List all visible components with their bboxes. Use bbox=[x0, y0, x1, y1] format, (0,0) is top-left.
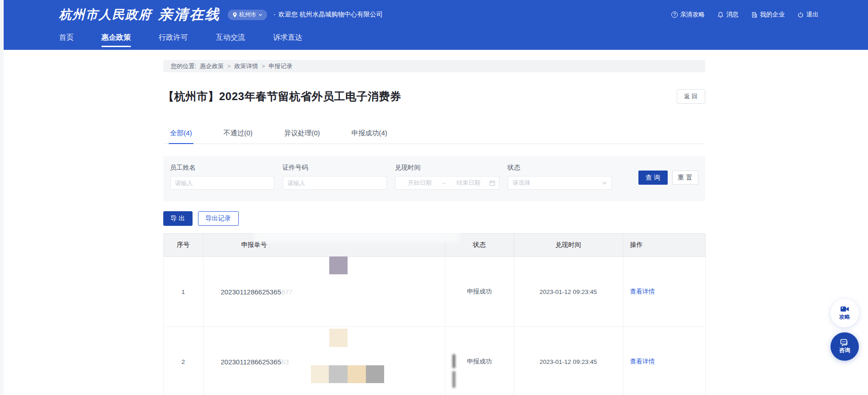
status-select[interactable]: 请选择 bbox=[508, 176, 612, 190]
row-redeem-time: 2023-01-12 09:23:45 bbox=[514, 257, 623, 327]
top-header: 杭州市人民政府 亲清在线 杭州市 · 欢迎您 杭州水晶城购物中心有限公司 ? 亲… bbox=[0, 0, 868, 29]
gov-logo-text: 杭州市人民政府 bbox=[59, 6, 152, 23]
export-button[interactable]: 导 出 bbox=[163, 211, 193, 226]
status-field: 状态 请选择 bbox=[508, 164, 612, 201]
order-no-faded: 63 bbox=[281, 358, 289, 366]
col-header-redeem-time: 兑现时间 bbox=[514, 234, 623, 257]
status-select-placeholder: 请选择 bbox=[513, 179, 530, 187]
export-records-button[interactable]: 导出记录 bbox=[198, 211, 239, 226]
page-left-edge bbox=[0, 0, 4, 395]
row-order-no: 2023011286625365677 bbox=[203, 257, 445, 327]
search-button[interactable]: 查 询 bbox=[638, 171, 668, 185]
status-label: 状态 bbox=[508, 164, 612, 172]
breadcrumb-item-policies[interactable]: 惠企政策 bbox=[200, 62, 224, 70]
order-no-faded: 677 bbox=[281, 288, 293, 296]
table-row: 1 2023011286625365677 申报成功 2023-01-12 09… bbox=[163, 257, 705, 327]
tab-dispute[interactable]: 异议处理(0) bbox=[283, 129, 321, 144]
nav-item-interaction[interactable]: 互动交流 bbox=[216, 33, 245, 46]
breadcrumb-item-records: 申报记录 bbox=[268, 62, 292, 70]
start-date-placeholder[interactable]: 开始日期 bbox=[399, 179, 441, 187]
messages-link[interactable]: 消息 bbox=[717, 11, 739, 19]
filter-actions: 查 询 重 置 bbox=[638, 164, 698, 201]
calendar-icon bbox=[489, 180, 495, 186]
nav-item-home[interactable]: 首页 bbox=[59, 33, 74, 46]
table-header-row: 序号 申报单号 状态 兑现时间 操作 bbox=[163, 234, 705, 257]
main-nav: 首页 惠企政策 行政许可 互动交流 诉求直达 bbox=[0, 29, 868, 50]
records-table: 序号 申报单号 状态 兑现时间 操作 1 2023011286625365677… bbox=[163, 233, 706, 395]
col-header-order-no: 申报单号 bbox=[203, 234, 445, 257]
nav-item-licensing[interactable]: 行政许可 bbox=[159, 33, 188, 46]
welcome-text: 欢迎您 杭州水晶城购物中心有限公司 bbox=[279, 11, 383, 19]
row-order-no: 202301128662536563 bbox=[203, 327, 445, 395]
main-content: 您的位置: 惠企政策 > 政策详情 > 申报记录 【杭州市】2023年春节留杭省… bbox=[163, 60, 705, 395]
bell-icon bbox=[717, 11, 724, 18]
order-no-clear: 2023011286625365 bbox=[221, 358, 281, 366]
view-detail-link[interactable]: 查看详情 bbox=[630, 358, 655, 365]
building-icon bbox=[751, 11, 758, 18]
row-redeem-time: 2023-01-12 09:23:45 bbox=[514, 327, 623, 395]
logout-link[interactable]: 退出 bbox=[797, 11, 819, 19]
status-tabs: 全部(4) 不通过(0) 异议处理(0) 申报成功(4) bbox=[163, 129, 705, 144]
row-status: 申报成功 bbox=[445, 257, 514, 327]
logout-link-label: 退出 bbox=[806, 11, 819, 19]
employee-name-input[interactable] bbox=[170, 176, 274, 190]
employee-name-field: 员工姓名 bbox=[170, 164, 274, 201]
guide-link-label: 亲清攻略 bbox=[680, 11, 705, 19]
nav-item-policies[interactable]: 惠企政策 bbox=[102, 33, 131, 47]
breadcrumb-separator: > bbox=[227, 63, 230, 69]
col-header-index: 序号 bbox=[163, 234, 203, 257]
breadcrumb: 您的位置: 惠企政策 > 政策详情 > 申报记录 bbox=[163, 60, 705, 72]
floating-guide-button[interactable]: 攻略 bbox=[830, 299, 859, 327]
city-label: 杭州市 bbox=[239, 11, 257, 19]
reset-button[interactable]: 重 置 bbox=[672, 171, 698, 185]
tab-rejected[interactable]: 不通过(0) bbox=[222, 129, 254, 144]
end-date-placeholder[interactable]: 结束日期 bbox=[448, 179, 489, 187]
row-index: 1 bbox=[163, 257, 203, 327]
filter-panel: 员工姓名 证件号码 兑现时间 开始日期 ~ 结束日期 状态 bbox=[163, 156, 705, 201]
id-number-field: 证件号码 bbox=[283, 164, 387, 201]
col-header-status: 状态 bbox=[445, 234, 514, 257]
floating-guide-label: 攻略 bbox=[839, 313, 850, 321]
back-button[interactable]: 返 回 bbox=[677, 89, 705, 104]
select-chevron-down-icon bbox=[602, 181, 607, 186]
order-no-clear: 2023011286625365 bbox=[221, 288, 281, 296]
page-title: 【杭州市】2023年春节留杭省外员工电子消费券 bbox=[163, 89, 402, 104]
id-number-input[interactable] bbox=[283, 176, 387, 190]
redeem-time-label: 兑现时间 bbox=[395, 164, 499, 172]
city-selector[interactable]: 杭州市 bbox=[228, 10, 267, 20]
breadcrumb-prefix: 您的位置: bbox=[171, 62, 197, 70]
breadcrumb-item-policy-detail[interactable]: 政策详情 bbox=[234, 62, 258, 70]
id-number-label: 证件号码 bbox=[283, 164, 387, 172]
welcome-separator: · bbox=[273, 11, 276, 19]
breadcrumb-separator: > bbox=[262, 63, 265, 69]
row-status: 申报成功 bbox=[445, 327, 514, 395]
redeem-time-field: 兑现时间 开始日期 ~ 结束日期 bbox=[395, 164, 499, 201]
chat-bubble-icon bbox=[840, 339, 849, 346]
question-circle-icon: ? bbox=[671, 11, 678, 18]
video-camera-icon bbox=[840, 305, 849, 313]
messages-link-label: 消息 bbox=[726, 11, 739, 19]
product-logo-text: 亲清在线 bbox=[158, 5, 220, 24]
header-links: ? 亲清攻略 消息 我的企业 退出 bbox=[671, 11, 819, 19]
nav-item-appeals[interactable]: 诉求直达 bbox=[273, 33, 302, 46]
guide-link[interactable]: ? 亲清攻略 bbox=[671, 11, 705, 19]
my-company-link-label: 我的企业 bbox=[760, 11, 785, 19]
redeem-time-range-input[interactable]: 开始日期 ~ 结束日期 bbox=[395, 176, 499, 190]
date-tilde: ~ bbox=[440, 180, 448, 187]
chevron-down-icon bbox=[258, 13, 263, 17]
power-icon bbox=[797, 11, 804, 18]
export-row: 导 出 导出记录 bbox=[163, 211, 705, 226]
tab-success[interactable]: 申报成功(4) bbox=[350, 129, 389, 144]
col-header-action: 操作 bbox=[623, 234, 705, 257]
view-detail-link[interactable]: 查看详情 bbox=[630, 288, 655, 295]
floating-consult-label: 咨询 bbox=[839, 347, 850, 354]
floating-consult-button[interactable]: 咨询 bbox=[830, 332, 859, 361]
my-company-link[interactable]: 我的企业 bbox=[751, 11, 785, 19]
table-row: 2 202301128662536563 申报成功 2023-01-12 09:… bbox=[163, 327, 705, 395]
title-row: 【杭州市】2023年春节留杭省外员工电子消费券 返 回 bbox=[163, 89, 705, 104]
employee-name-label: 员工姓名 bbox=[170, 164, 274, 172]
location-pin-icon bbox=[232, 12, 237, 18]
row-index: 2 bbox=[163, 327, 203, 395]
tab-all[interactable]: 全部(4) bbox=[169, 129, 193, 144]
